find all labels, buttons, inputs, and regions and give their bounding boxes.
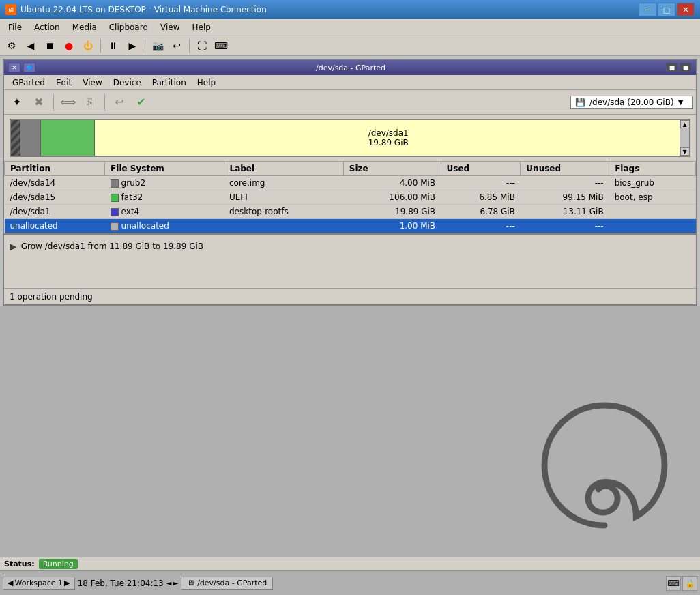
gparted-dark-btn2[interactable]: ■: [680, 63, 692, 72]
vm-toolbar-sep3: [189, 39, 190, 53]
vm-icon: 🖥: [5, 4, 16, 15]
cell-unused: ---: [521, 219, 609, 233]
table-row[interactable]: unallocated unallocated 1.00 MiB --- ---: [5, 219, 696, 233]
workspace-nav-prev[interactable]: ◀: [8, 579, 13, 587]
vm-toolbar-pause[interactable]: ⏸: [104, 38, 122, 54]
cell-partition: unallocated: [5, 219, 105, 233]
cell-size: 1.00 MiB: [343, 219, 441, 233]
taskbar-system-icons: ⌨ 🔒: [666, 576, 697, 591]
cell-partition: /dev/sda1: [5, 205, 105, 219]
disk-scroll-up[interactable]: ▲: [680, 120, 690, 128]
gparted-menu-help[interactable]: Help: [192, 76, 221, 89]
gparted-close-btn[interactable]: ✕: [8, 63, 20, 72]
taskbar-keyboard-icon[interactable]: ⌨: [666, 576, 681, 591]
vm-toolbar-record[interactable]: ●: [60, 38, 78, 54]
disk-partition-sda15[interactable]: [41, 120, 96, 156]
vm-toolbar-ctrl-alt-del[interactable]: ⌨: [212, 38, 230, 54]
cell-used: ---: [441, 176, 521, 190]
vm-toolbar: ⚙ ◀ ⏹ ● ⏻ ⏸ ▶ 📷 ↩ ⛶ ⌨: [0, 35, 700, 56]
cell-label: core.img: [224, 176, 343, 190]
vm-menu-clipboard[interactable]: Clipboard: [104, 21, 154, 33]
device-dropdown-arrow: ▼: [678, 98, 684, 106]
vm-title: Ubuntu 22.04 LTS on DESKTOP - Virtual Ma…: [20, 5, 267, 14]
vm-toolbar-stop[interactable]: ⏹: [41, 38, 59, 54]
taskbar-nav-next[interactable]: ►: [173, 579, 178, 587]
disk-sda1-label: /dev/sda1: [368, 128, 409, 138]
vm-toolbar-settings[interactable]: ⚙: [3, 38, 20, 54]
workspace-nav-next[interactable]: ▶: [64, 579, 70, 587]
gparted-menu-edit[interactable]: Edit: [50, 76, 77, 89]
vm-menu-help[interactable]: Help: [187, 21, 216, 33]
vm-menu-view[interactable]: View: [155, 21, 185, 33]
cell-filesystem: ext4: [105, 205, 224, 219]
vm-close-button[interactable]: ✕: [677, 3, 695, 16]
gparted-tb-sep1: [53, 94, 54, 111]
cell-unused: 13.11 GiB: [521, 205, 609, 219]
gparted-menu-gparted[interactable]: GParted: [7, 76, 50, 89]
operation-arrow: ▶: [10, 241, 17, 252]
gparted-toolbar: ✦ ✖ ⟺ ⎘ ↩ ✔ 💾 /dev/sda (20.00 GiB) ▼: [4, 90, 696, 115]
col-header-label: Label: [224, 162, 343, 176]
vm-toolbar-power[interactable]: ⏻: [79, 38, 97, 54]
col-header-flags: Flags: [609, 162, 696, 176]
gparted-tb-icon: 🔷: [23, 63, 35, 72]
col-header-unused: Unused: [521, 162, 609, 176]
operation-item: ▶Grow /dev/sda1 from 11.89 GiB to 19.89 …: [10, 239, 690, 254]
vm-titlebar: 🖥 Ubuntu 22.04 LTS on DESKTOP - Virtual …: [0, 0, 700, 19]
gparted-titlebar: ✕ 🔷 /dev/sda - GParted ■ ■: [4, 60, 696, 75]
gparted-new-icon[interactable]: ✦: [7, 93, 27, 112]
cell-flags: [609, 219, 696, 233]
cell-flags: boot, esp: [609, 190, 696, 205]
taskbar-nav-prev[interactable]: ◄: [166, 579, 172, 587]
vm-toolbar-snapshot[interactable]: 📷: [149, 38, 166, 54]
disk-scroll-down[interactable]: ▼: [680, 147, 690, 156]
gparted-menu-partition[interactable]: Partition: [147, 76, 192, 89]
taskbar-security-icon[interactable]: 🔒: [682, 576, 697, 591]
device-label: /dev/sda (20.00 GiB): [589, 98, 674, 107]
status-pending: 1 operation pending: [10, 292, 93, 302]
cell-label: desktop-rootfs: [224, 205, 343, 219]
col-header-partition: Partition: [5, 162, 105, 176]
partition-table: Partition File System Label Size Used Un…: [4, 161, 696, 233]
cell-filesystem: unallocated: [105, 219, 224, 233]
col-header-filesystem: File System: [105, 162, 224, 176]
taskbar-workspace[interactable]: ◀ Workspace 1 ▶: [3, 577, 75, 590]
gparted-dark-btn1[interactable]: ■: [666, 63, 678, 72]
gparted-resize-icon[interactable]: ⟺: [58, 93, 78, 112]
vm-toolbar-fullscreen[interactable]: ⛶: [193, 38, 211, 54]
gparted-copy-icon[interactable]: ⎘: [80, 93, 100, 112]
workspace-label: Workspace 1: [14, 579, 63, 587]
cell-flags: [609, 205, 696, 219]
vm-toolbar-revert[interactable]: ↩: [168, 38, 186, 54]
gparted-menu-view[interactable]: View: [77, 76, 107, 89]
gparted-menu-device[interactable]: Device: [108, 76, 147, 89]
cell-partition: /dev/sda14: [5, 176, 105, 190]
operations-panel: ▶Grow /dev/sda1 from 11.89 GiB to 19.89 …: [4, 233, 696, 288]
table-row[interactable]: /dev/sda15 fat32 UEFI 106.00 MiB 6.85 Mi…: [5, 190, 696, 205]
vm-toolbar-btn2[interactable]: ◀: [22, 38, 40, 54]
vm-toolbar-sep2: [145, 39, 145, 53]
disk-partition-sda1[interactable]: /dev/sda1 19.89 GiB: [95, 120, 682, 156]
table-row[interactable]: /dev/sda1 ext4 desktop-rootfs 19.89 GiB …: [5, 205, 696, 219]
vm-minimize-button[interactable]: ─: [639, 3, 656, 16]
col-header-used: Used: [441, 162, 521, 176]
gparted-undo-icon[interactable]: ↩: [109, 93, 130, 112]
gparted-apply-icon[interactable]: ✔: [131, 93, 151, 112]
vm-menu-action[interactable]: Action: [29, 21, 65, 33]
vm-restore-button[interactable]: □: [658, 3, 675, 16]
disk-partition-sda14[interactable]: [20, 120, 41, 156]
taskbar-task-gparted[interactable]: 🖥 /dev/sda - GParted: [181, 577, 273, 590]
cell-filesystem: grub2: [105, 176, 224, 190]
gparted-title: /dev/sda - GParted: [35, 63, 666, 72]
disk-scrollbar[interactable]: ▲ ▼: [680, 120, 689, 156]
vm-menu-file[interactable]: File: [3, 21, 27, 33]
status-state: Running: [39, 559, 78, 569]
vm-menu-media[interactable]: Media: [67, 21, 102, 33]
status-label: Status:: [4, 560, 35, 568]
table-row[interactable]: /dev/sda14 grub2 core.img 4.00 MiB --- -…: [5, 176, 696, 190]
gparted-tb-sep2: [104, 94, 105, 111]
cell-filesystem: fat32: [105, 190, 224, 205]
gparted-delete-icon[interactable]: ✖: [29, 93, 49, 112]
device-dropdown[interactable]: 💾 /dev/sda (20.00 GiB) ▼: [570, 96, 693, 109]
vm-toolbar-play[interactable]: ▶: [123, 38, 141, 54]
